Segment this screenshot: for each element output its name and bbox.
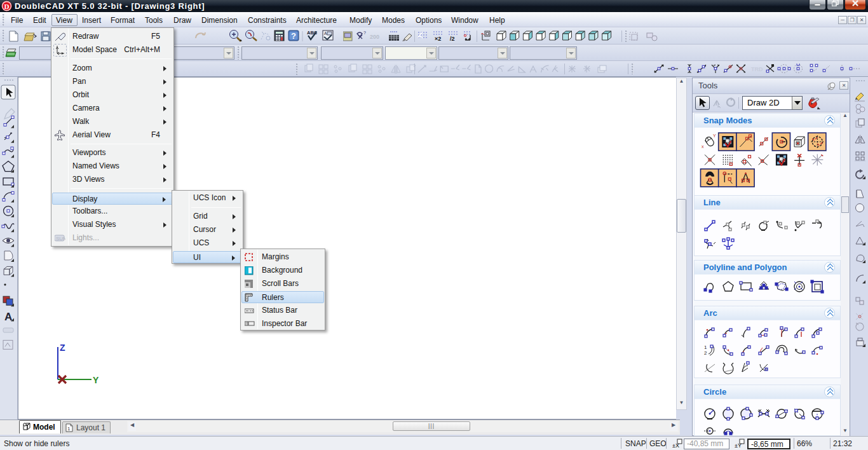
svg-text:1: 1: [704, 344, 707, 350]
svg-text:2: 2: [704, 350, 707, 356]
svg-text:±Y: ±Y: [735, 442, 742, 449]
svg-text:1: 1: [67, 426, 71, 432]
svg-text:±X: ±X: [672, 442, 679, 449]
svg-text:SUN: SUN: [56, 236, 65, 242]
